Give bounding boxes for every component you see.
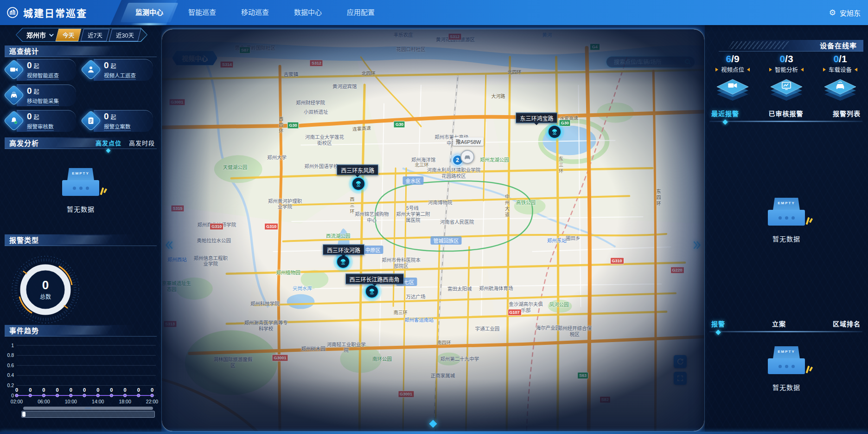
main-nav: 监测中心智能巡查移动巡查数据中心应用配置 (126, 0, 390, 25)
nav-monitor-center[interactable]: 监测中心 (126, 0, 172, 25)
svg-text:10:00: 10:00 (65, 399, 77, 404)
svg-text:0.6: 0.6 (7, 363, 14, 368)
camera-marker-label[interactable]: 西三环长江路西南角 (345, 273, 404, 284)
section-title: 事件趋势 (9, 327, 39, 335)
svg-text:0: 0 (15, 387, 18, 393)
vehicle-platform-icon (814, 75, 866, 104)
stat-alarm-audit: 0起 报警审核数 (5, 110, 82, 132)
svg-text:0.8: 0.8 (7, 352, 14, 358)
nav-app-config[interactable]: 应用配置 (338, 0, 384, 25)
tab-alarm[interactable]: 报警 (711, 319, 725, 329)
section-header-device-online: 设备在线率 (719, 40, 863, 52)
stat-label: 视频智能巡查 (27, 72, 59, 80)
svg-text:0.2: 0.2 (7, 382, 14, 388)
alarm-total-value: 0 (42, 279, 49, 291)
hotspot-empty-state: EMPTY 暂无数据 (0, 168, 161, 214)
settings-gear-icon[interactable]: ⚙ (829, 8, 836, 18)
tab-hot-points[interactable]: 高发点位 (96, 137, 121, 149)
alarm-type-gauge: 0 总数 (9, 253, 82, 326)
map-fullscreen-button[interactable] (674, 372, 687, 385)
svg-text:0.4: 0.4 (7, 372, 14, 378)
map-controls (674, 355, 687, 385)
empty-text: 暂无数据 (0, 204, 161, 214)
camera-marker-label[interactable]: 西三环东风路 (337, 165, 378, 175)
camera-marker[interactable] (365, 285, 379, 298)
user-name[interactable]: 安旭东 (840, 8, 861, 18)
camera-marker[interactable] (548, 125, 562, 139)
arrow-icon (769, 68, 772, 71)
empty-box-icon: EMPTY (766, 346, 807, 375)
case-tabs: 报警立案区域排名 (711, 319, 861, 329)
video-platform-icon (707, 75, 759, 104)
empty-text: 暂无数据 (705, 234, 868, 243)
empty-box-icon: EMPTY (766, 198, 807, 227)
collapse-right-panel-arrow[interactable] (691, 239, 703, 251)
camera-marker-label[interactable]: 东三环鸿宝路 (516, 113, 557, 123)
empty-text: 暂无数据 (705, 382, 868, 392)
stat-value: 0起 (27, 112, 72, 122)
device-ratio: 0/1 (814, 54, 866, 64)
audit-icon (5, 111, 23, 130)
svg-text:02:00: 02:00 (11, 399, 23, 404)
bottom-glow-bar (0, 432, 868, 434)
search-icon[interactable] (684, 58, 692, 66)
topbar: 城建日常巡查 监测中心智能巡查移动巡查数据中心应用配置 ⚙ 安旭东 (0, 0, 868, 25)
map-marker-layer: 东三环鸿宝路西三环东风路西三环汝河路西三环长江路西南角2豫A6P58W (162, 29, 704, 431)
svg-text:1: 1 (11, 343, 14, 348)
svg-text:0: 0 (137, 387, 140, 393)
tab-region-rank[interactable]: 区域排名 (833, 319, 861, 329)
empty-box-icon: EMPTY (60, 168, 101, 197)
camera-marker[interactable] (351, 177, 365, 191)
hotspot-tabs: 高发点位高发时段 (96, 137, 155, 149)
nav-smart-patrol[interactable]: 智能巡查 (179, 0, 225, 25)
section-title: 报警类型 (9, 236, 39, 244)
device-online-stats: 6/9 视频点位 0/3 智能分析 (707, 54, 866, 104)
device-ratio: 0/3 (760, 54, 812, 64)
section-header-trend: 事件趋势 (5, 325, 157, 337)
range-tab-last7[interactable]: 近7天 (81, 29, 110, 41)
trend-chart-scrollbar[interactable] (21, 407, 155, 419)
map[interactable]: 思念·果岭国际社区丰乐农庄黄河花园口旅游区花园口村社区黄河古荥镇郑州财经学院黄河… (161, 29, 705, 432)
range-tab-last30[interactable]: 近30天 (109, 29, 141, 41)
tab-hot-times[interactable]: 高发时段 (129, 137, 155, 149)
alarm-total-label: 总数 (40, 292, 51, 300)
nav-mobile-patrol[interactable]: 移动巡查 (232, 0, 278, 25)
car-icon (5, 86, 23, 104)
date-range-tabs: 今天近7天近30天 (57, 29, 140, 41)
alarm-tabs: 最近报警已审核报警报警列表 (711, 109, 861, 119)
nav-data-center[interactable]: 数据中心 (285, 0, 331, 25)
stat-value: 0起 (27, 86, 72, 97)
tab-recent-alarms[interactable]: 最近报警 (711, 109, 739, 119)
arrow-icon (801, 68, 804, 71)
tab-audited-alarms[interactable]: 已审核报警 (769, 109, 804, 119)
app-logo-icon (6, 6, 19, 19)
tab-alarm-list[interactable]: 报警列表 (833, 109, 861, 119)
device-label: 车载设备 (829, 65, 852, 74)
collapse-left-panel-arrow[interactable] (163, 239, 175, 251)
stat-value: 0起 (104, 61, 149, 71)
svg-text:0: 0 (151, 387, 153, 393)
device-vehicle-devices: 0/1 车载设备 (814, 54, 866, 104)
vehicle-marker[interactable] (460, 150, 474, 164)
map-refresh-button[interactable] (674, 355, 687, 368)
stat-label: 移动智能采集 (27, 97, 59, 105)
video-center-button[interactable]: 视频中心 (172, 51, 217, 65)
stat-value: 0起 (104, 112, 149, 122)
svg-text:22:00: 22:00 (146, 399, 158, 404)
range-tab-today[interactable]: 今天 (56, 29, 82, 41)
svg-text:06:00: 06:00 (38, 399, 50, 404)
stat-mobile-collect: 0起 移动智能采集 (5, 84, 82, 106)
alarm-empty-state: EMPTY 暂无数据 (705, 198, 868, 243)
camera-marker-label[interactable]: 西三环汝河路 (323, 244, 364, 255)
left-panel: 郑州市 今天近7天近30天 巡查统计 0起 视频智能巡查 0起 视频人工巡查 (0, 25, 161, 434)
stat-video-manual: 0起 视频人工巡查 (82, 58, 159, 81)
tab-case[interactable]: 立案 (772, 319, 786, 329)
vehicle-plate-label[interactable]: 豫A6P58W (453, 137, 484, 146)
section-title: 巡查统计 (9, 47, 39, 55)
search-input[interactable] (613, 58, 684, 66)
svg-text:0: 0 (70, 387, 72, 393)
svg-text:18:00: 18:00 (119, 399, 131, 404)
right-panel: 设备在线率 6/9 视频点位 0/3 智能分析 (705, 25, 868, 434)
city-dropdown[interactable]: 郑州市 (16, 30, 57, 39)
svg-text:0: 0 (110, 387, 113, 393)
